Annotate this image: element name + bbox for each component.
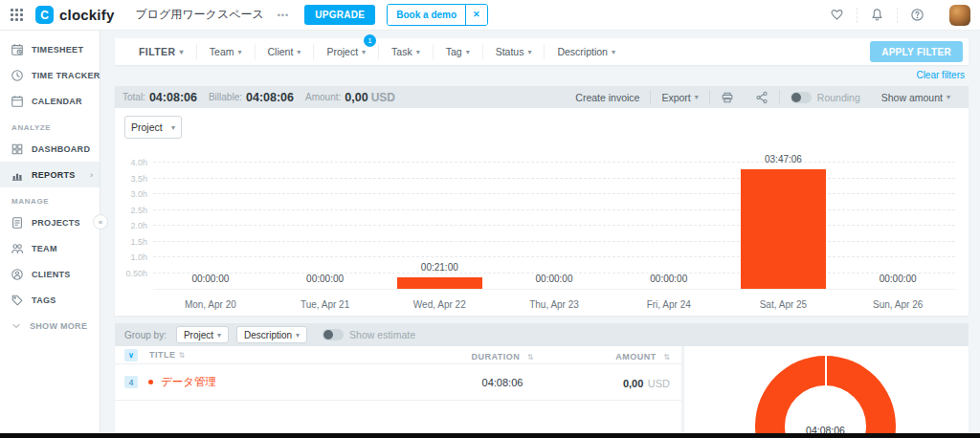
y-tick-label: 1.5h bbox=[121, 237, 147, 247]
filter-status-dropdown[interactable]: Status▾ bbox=[483, 44, 546, 59]
total-value: 04:08:06 bbox=[149, 91, 197, 104]
apps-grid-icon[interactable] bbox=[11, 9, 23, 21]
clear-filters-row: Clear filters bbox=[115, 65, 969, 84]
amount-value: 0,00 bbox=[345, 91, 368, 104]
table-row[interactable]: 4 データ管理 04:08:06 0,00 USD bbox=[115, 364, 681, 401]
help-icon[interactable] bbox=[897, 8, 937, 23]
sidebar-item-reports[interactable]: REPORTS › bbox=[0, 162, 100, 187]
workspace-more-icon[interactable]: ••• bbox=[278, 11, 289, 20]
show-estimate-label: Show estimate bbox=[349, 329, 415, 340]
sidebar-item-label: PROJECTS bbox=[32, 218, 80, 228]
show-amount-label: Show amount bbox=[881, 92, 943, 103]
bar-chart-plot: 00:00:00Mon, Apr 2000:00:00Tue, Apr 2100… bbox=[153, 156, 955, 290]
column-header-amount[interactable]: AMOUNT bbox=[615, 352, 657, 361]
sidebar-item-clients[interactable]: CLIENTS bbox=[0, 261, 100, 287]
chevron-down-icon: ▾ bbox=[466, 48, 470, 56]
filter-client-dropdown[interactable]: Client▾ bbox=[256, 44, 315, 59]
chart-column: 00:00:00Sun, Apr 26 bbox=[840, 156, 955, 289]
filter-bar: FILTER▾ Team▾ Client▾ Project▾ 1 Task▾ T… bbox=[115, 38, 969, 65]
chevron-down-icon: ▾ bbox=[217, 331, 221, 339]
chevron-down-icon: ▾ bbox=[171, 123, 175, 132]
filter-tag-dropdown[interactable]: Tag▾ bbox=[434, 44, 483, 59]
filter-item-label: Project bbox=[326, 46, 358, 57]
bar-value-label: 00:00:00 bbox=[840, 274, 955, 284]
sidebar-item-time-tracker[interactable]: TIME TRACKER bbox=[0, 62, 100, 88]
export-dropdown[interactable]: Export▾ bbox=[650, 90, 708, 104]
chevron-down-icon: ▾ bbox=[527, 48, 531, 56]
sidebar-item-timesheet[interactable]: TIMESHEET bbox=[0, 36, 100, 62]
share-button[interactable] bbox=[745, 90, 779, 104]
group-by-first-value: Project bbox=[184, 330, 213, 340]
filter-item-label: Tag bbox=[446, 46, 462, 57]
filter-description-dropdown[interactable]: Description▾ bbox=[545, 44, 628, 59]
bell-icon[interactable] bbox=[857, 8, 897, 23]
bar-value-label: 00:21:00 bbox=[382, 262, 497, 273]
x-category-label: Wed, Apr 22 bbox=[382, 299, 497, 310]
filter-count-badge: 1 bbox=[364, 34, 376, 47]
workspace-name[interactable]: ブログ用ワークスペース bbox=[135, 7, 263, 23]
group-by-first-select[interactable]: Project▾ bbox=[176, 326, 229, 343]
row-amount-currency: USD bbox=[648, 378, 670, 389]
apply-filter-button[interactable]: APPLY FILTER bbox=[870, 41, 963, 62]
billable-value: 04:08:06 bbox=[246, 91, 294, 104]
clear-filters-link[interactable]: Clear filters bbox=[916, 70, 969, 80]
heart-icon[interactable] bbox=[817, 8, 857, 23]
book-demo-button[interactable]: Book a demo bbox=[388, 5, 465, 25]
clockify-logo-icon[interactable]: C bbox=[35, 6, 54, 24]
chart-group-select[interactable]: Project ▾ bbox=[124, 116, 182, 139]
sidebar-item-dashboard[interactable]: DASHBOARD bbox=[0, 136, 100, 162]
billable-label: Billable: bbox=[209, 92, 242, 102]
share-icon bbox=[755, 91, 768, 104]
book-demo-close-icon[interactable]: ✕ bbox=[465, 5, 487, 25]
column-header-title[interactable]: TITLE bbox=[149, 350, 176, 360]
chart-column: 00:00:00Mon, Apr 20 bbox=[153, 156, 268, 289]
chevron-down-icon bbox=[11, 320, 22, 332]
filter-item-label: Description bbox=[557, 46, 608, 57]
chart-column: 00:21:00Wed, Apr 22 bbox=[382, 156, 497, 289]
y-tick-label: 2.5h bbox=[121, 206, 147, 215]
create-invoice-button[interactable]: Create invoice bbox=[565, 90, 650, 104]
upgrade-button[interactable]: UPGRADE bbox=[304, 5, 375, 25]
sidebar-item-team[interactable]: TEAM bbox=[0, 235, 100, 261]
sidebar-item-label: REPORTS bbox=[32, 170, 76, 180]
sidebar-item-projects[interactable]: PROJECTS bbox=[0, 209, 100, 235]
sidebar-collapse-button[interactable]: « bbox=[93, 214, 108, 230]
filter-main-dropdown[interactable]: FILTER▾ bbox=[126, 44, 197, 59]
select-all-checkbox[interactable]: ∨ bbox=[124, 349, 138, 361]
sidebar-item-calendar[interactable]: CALENDAR bbox=[0, 88, 100, 114]
project-title[interactable]: データ管理 bbox=[161, 375, 216, 389]
rounding-toggle[interactable] bbox=[791, 92, 812, 103]
sidebar-item-tags[interactable]: TAGS bbox=[0, 287, 100, 313]
project-color-dot bbox=[148, 380, 153, 384]
column-header-duration[interactable]: DURATION bbox=[472, 352, 521, 361]
chevron-down-icon: ▾ bbox=[237, 48, 241, 56]
group-by-second-select[interactable]: Description▾ bbox=[236, 326, 307, 343]
sidebar-item-show-more[interactable]: SHOW MORE bbox=[0, 313, 100, 339]
team-icon bbox=[11, 242, 24, 255]
sidebar-item-label: TAGS bbox=[32, 296, 56, 305]
filter-project-dropdown[interactable]: Project▾ 1 bbox=[314, 44, 379, 59]
amount-currency: USD bbox=[371, 91, 395, 104]
x-category-label: Sat, Apr 25 bbox=[726, 299, 841, 310]
chevron-right-icon: › bbox=[90, 170, 93, 180]
x-category-label: Tue, Apr 21 bbox=[268, 299, 383, 310]
show-amount-dropdown[interactable]: Show amount▾ bbox=[871, 90, 961, 104]
print-button[interactable] bbox=[709, 90, 745, 104]
x-category-label: Mon, Apr 20 bbox=[153, 299, 268, 310]
entry-count-badge: 4 bbox=[124, 376, 138, 388]
show-estimate-toggle[interactable] bbox=[323, 329, 344, 340]
sidebar-item-label: CLIENTS bbox=[32, 270, 71, 279]
chevron-down-icon: ▾ bbox=[179, 48, 183, 56]
bar-value-label: 03:47:06 bbox=[726, 154, 841, 164]
y-tick-label: 3.0h bbox=[121, 189, 147, 199]
avatar[interactable] bbox=[949, 5, 970, 26]
chevron-down-icon: ▾ bbox=[297, 48, 301, 56]
report-panel: Total: 04:08:06 Billable: 04:08:06 Amoun… bbox=[115, 86, 969, 316]
chart-bar bbox=[397, 277, 482, 289]
row-duration: 04:08:06 bbox=[431, 377, 574, 388]
top-bar: C clockify ブログ用ワークスペース ••• UPGRADE Book … bbox=[0, 0, 980, 31]
results-table: ∨ TITLE ⇅ DURATION ⇅ AMOUNT ⇅ 4 データ管理 04… bbox=[115, 346, 681, 433]
filter-task-dropdown[interactable]: Task▾ bbox=[379, 44, 434, 59]
filter-team-dropdown[interactable]: Team▾ bbox=[197, 44, 256, 59]
filter-item-label: Status bbox=[496, 46, 524, 57]
